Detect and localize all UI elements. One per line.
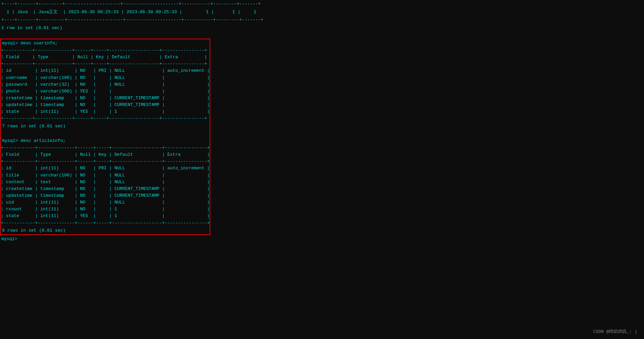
desc-userinfo-command: mysql> desc userinfo; xyxy=(1,39,210,47)
watermark: CSDN @哔叽哔叽_: ) xyxy=(593,329,637,335)
top-data-row: 1 | Java | Java正文 | 2023-06-30 09:25:33 … xyxy=(0,8,644,16)
terminal-window: +----+-------+---------+----------------… xyxy=(0,0,644,243)
top-separator2: +----+-------+----------+---------------… xyxy=(0,16,644,24)
userinfo-row-count: 7 rows in set (0.01 sec) xyxy=(1,122,210,130)
top-separator: +----+-------+---------+----------------… xyxy=(0,0,644,8)
articleinfo-table: +------------+--------------+------+----… xyxy=(1,145,210,227)
row-count-top: 1 row in set (0.01 sec) xyxy=(0,24,644,32)
final-prompt[interactable]: mysql> xyxy=(0,235,644,243)
highlighted-section: mysql> desc userinfo; +-----------+-----… xyxy=(0,39,210,235)
desc-articleinfo-command: mysql> desc articleinfo; xyxy=(1,137,210,145)
userinfo-table: +-----------+--------------+------+-----… xyxy=(1,47,210,122)
articleinfo-row-count: 8 rows in set (0.01 sec) xyxy=(1,227,210,235)
